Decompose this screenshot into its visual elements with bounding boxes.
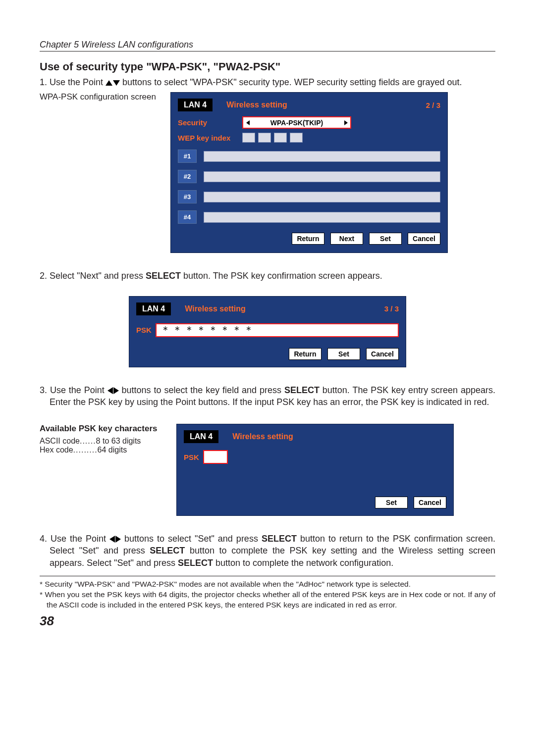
dots: ...... [80,437,96,445]
step4-text-a: 4. Use the Point [40,534,109,544]
key-3-field [204,192,440,202]
psk-label: PSK [136,326,152,334]
key-4-label: #4 [178,210,197,224]
screen-title: Wireless setting [185,304,246,313]
dots: ......... [73,446,98,454]
select-kw: SELECT [284,385,320,395]
step4-text-e: button to complete the network configura… [213,558,393,568]
footnote-1: * Security "WPA-PSK" and "PWA2-PSK" mode… [40,579,495,590]
hex-value: 64 digits [98,446,127,454]
wep-index-label: WEP key index [178,134,242,142]
select-kw: SELECT [262,534,297,544]
psk-field[interactable]: ＊＊＊＊＊＊＊＊ [156,323,399,337]
hex-label: Hex code [40,446,73,454]
available-psk-block: Available PSK key characters ASCII code.… [40,424,159,454]
step-3: 3. Use the Point buttons to select the k… [40,384,495,408]
wep-index-cells [242,133,303,143]
security-value: WPA-PSK(TKIP) [252,119,341,127]
step2-text-a: 2. Select "Next" and press [40,271,146,281]
select-kw: SELECT [178,558,213,568]
lan-badge: LAN 4 [136,302,171,315]
wep-cell [274,133,287,143]
section-title: Use of security type "WPA-PSK", "PWA2-PS… [40,60,495,73]
cancel-button[interactable]: Cancel [366,348,399,360]
available-title: Available PSK key characters [40,424,159,434]
psk-confirm-screen: LAN 4 Wireless setting 3 / 3 PSK ＊＊＊＊＊＊＊… [129,296,406,367]
step2-text-b: button. The PSK key confirmation screen … [181,271,382,281]
security-label: Security [178,118,242,127]
psk-label: PSK [184,453,199,461]
chapter-title: Chapter 5 Wireless LAN configurations [40,40,193,50]
manual-page: Chapter 5 Wireless LAN configurations Us… [0,0,535,649]
ascii-label: ASCII code [40,437,80,445]
wep-cell [290,133,303,143]
header-rule: Chapter 5 Wireless LAN configurations [40,40,495,51]
set-button[interactable]: Set [375,497,408,508]
key-2-field [204,171,440,182]
page-number: 38 [40,613,495,629]
left-arrow-icon [109,536,115,543]
return-button[interactable]: Return [292,233,324,245]
step3-text-b: buttons to select the key field and pres… [119,385,284,395]
step1-text-b: buttons to select "WPA-PSK" security typ… [120,77,462,87]
step1-text-a: 1. Use the Point [40,77,106,87]
step-1: 1. Use the Point buttons to select "WPA-… [40,76,495,88]
hex-line: Hex code.........64 digits [40,446,159,454]
page-indicator: 3 / 3 [384,304,399,313]
select-kw: SELECT [146,271,181,281]
psk-entry-field[interactable] [203,450,228,464]
key-2-label: #2 [178,170,197,183]
select-kw: SELECT [150,546,185,555]
psk-entry-screen: LAN 4 Wireless setting PSK Set Cancel [176,424,454,516]
chevron-left-icon [246,120,250,125]
wep-cell [258,133,271,143]
key-4-field [204,212,440,223]
up-arrow-icon [106,80,112,86]
return-button[interactable]: Return [289,348,321,360]
footnote-2: * When you set the PSK keys with 64 digi… [40,590,495,610]
left-arrow-icon [107,387,113,394]
step4-text-b: buttons to select "Set" and press [121,534,262,544]
cancel-button[interactable]: Cancel [408,233,440,245]
ascii-value: 8 to 63 digits [96,437,141,445]
set-button[interactable]: Set [369,233,402,245]
right-arrow-icon [113,387,119,394]
footnotes: * Security "WPA-PSK" and "PWA2-PSK" mode… [40,576,495,610]
right-arrow-icon [115,536,121,543]
screenshot1-caption: WPA-PSK configuration screen [40,92,156,101]
screen-title: Wireless setting [226,101,287,109]
page-indicator: 2 / 3 [426,101,440,109]
key-3-label: #3 [178,190,197,203]
lan-badge: LAN 4 [178,99,213,111]
step-2: 2. Select "Next" and press SELECT button… [40,270,495,282]
lan-badge: LAN 4 [184,430,218,443]
ascii-line: ASCII code......8 to 63 digits [40,437,159,446]
wep-cell [242,133,255,143]
security-dropdown[interactable]: WPA-PSK(TKIP) [242,116,351,129]
chevron-right-icon [344,120,348,125]
wpa-psk-config-screen: LAN 4 Wireless setting 2 / 3 Security WP… [170,92,448,253]
down-arrow-icon [113,80,120,86]
screen-title: Wireless setting [232,432,293,441]
cancel-button[interactable]: Cancel [414,497,446,508]
next-button[interactable]: Next [330,233,363,245]
key-1-label: #1 [178,150,197,163]
step-4: 4. Use the Point buttons to select "Set"… [40,533,495,569]
step3-text-a: 3. Use the Point [40,385,107,395]
set-button[interactable]: Set [327,348,360,360]
key-1-field [204,151,440,162]
